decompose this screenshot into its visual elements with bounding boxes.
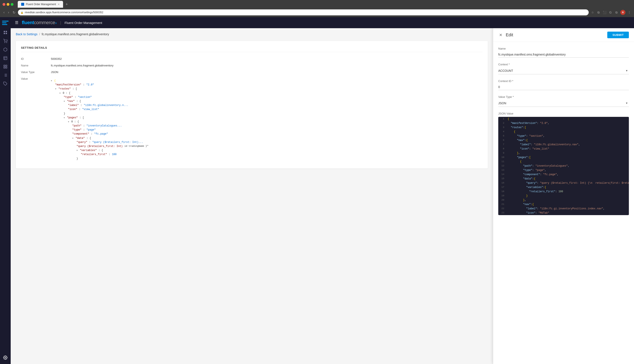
id-label: ID bbox=[21, 56, 51, 61]
line-content-3: "routes":[ bbox=[507, 126, 629, 130]
editor-line-1: 1 { bbox=[498, 117, 629, 121]
back-button[interactable]: ‹ bbox=[3, 10, 5, 15]
id-value: 5000352 bbox=[51, 56, 483, 61]
profile-avatar[interactable]: R bbox=[620, 10, 625, 15]
menu-icon[interactable]: ⋮ bbox=[627, 10, 631, 14]
svg-rect-11 bbox=[6, 65, 7, 66]
json-row: "data" : { bbox=[51, 136, 483, 140]
editor-line-19: 19 } bbox=[498, 194, 629, 198]
line-content-18: "retailers_first": 100 bbox=[507, 190, 629, 194]
reload-button[interactable]: ↻ bbox=[12, 10, 16, 16]
context-field-group: Context * ACCOUNT RETAILER ▼ bbox=[498, 63, 629, 74]
collapse-0[interactable] bbox=[60, 91, 61, 95]
editor-line-12: 12 "path": "inventoryCatalogues", bbox=[498, 164, 629, 168]
app-layout: ☰ fluentcommerce≡ | Fluent Order Managem… bbox=[0, 17, 634, 364]
sidebar-item-inventory[interactable] bbox=[1, 80, 10, 88]
extension2-icon[interactable]: ⬛ bbox=[602, 10, 607, 14]
minimize-traffic-light[interactable] bbox=[7, 3, 10, 6]
collapse-variables[interactable] bbox=[77, 148, 78, 152]
tab-close-button[interactable]: ✕ bbox=[58, 3, 60, 6]
json-editor[interactable]: 1 { 2 "manifestVersion": "2.0", 3 "route… bbox=[498, 117, 629, 215]
line-num-8: 8 bbox=[498, 147, 507, 150]
bookmark-icon[interactable]: ☆ bbox=[590, 10, 595, 14]
value-type-select[interactable]: JSON STRING INTEGER bbox=[498, 100, 629, 106]
sidebar-item-settings[interactable] bbox=[1, 354, 10, 362]
sidebar-logo bbox=[1, 20, 10, 26]
editor-line-14: 14 "component": "fc.page", bbox=[498, 172, 629, 177]
forward-button[interactable]: › bbox=[7, 10, 10, 15]
app-title: Fluent Order Management bbox=[65, 21, 102, 24]
json-row: } bbox=[51, 157, 483, 161]
collapse-root[interactable] bbox=[51, 79, 52, 83]
editor-line-4: 4 { bbox=[498, 130, 629, 134]
collapse-routes[interactable] bbox=[55, 87, 56, 91]
context-select[interactable]: ACCOUNT RETAILER bbox=[498, 67, 629, 74]
sidebar-item-list[interactable] bbox=[1, 71, 10, 79]
main-content: Back to Settings / fc.mystique.manifest.… bbox=[11, 28, 493, 364]
svg-rect-5 bbox=[4, 33, 5, 34]
collapse-page0[interactable] bbox=[68, 120, 69, 124]
panel-close-button[interactable]: ✕ bbox=[498, 32, 503, 38]
value-label: Value bbox=[21, 76, 51, 162]
svg-rect-12 bbox=[4, 67, 5, 68]
panel-title-row: ✕ Edit bbox=[498, 32, 513, 38]
context-id-field-label: Context ID * bbox=[498, 80, 629, 83]
browser-chrome: Fluent Order Management ✕ + bbox=[0, 0, 634, 8]
svg-rect-1 bbox=[2, 22, 7, 23]
context-id-field-input[interactable] bbox=[498, 84, 629, 90]
value-type-field-label: Value Type * bbox=[498, 95, 629, 98]
editor-line-17: 17 "variables":{ bbox=[498, 185, 629, 190]
line-num-2: 2 bbox=[498, 121, 507, 125]
extension-icon[interactable]: ⧉ bbox=[596, 10, 601, 14]
collapse-nav[interactable] bbox=[64, 99, 65, 104]
hamburger-icon[interactable]: ☰ bbox=[15, 20, 19, 25]
name-label: Name bbox=[21, 63, 51, 68]
sidebar-item-grid[interactable] bbox=[1, 63, 10, 70]
settings-valuetype-row: Value Type JSON bbox=[21, 70, 483, 74]
json-row: "routes" : [ bbox=[51, 87, 483, 91]
sidebar-item-home[interactable] bbox=[1, 28, 10, 36]
editor-line-10: 10 "pages":[ bbox=[498, 155, 629, 160]
value-content: { "manifestVersion" : "2.0" "routes" bbox=[51, 76, 483, 162]
panel-title: Edit bbox=[506, 32, 513, 38]
address-bar[interactable]: 🔒 niveditak.sandbox.apps.fluentcommerce.… bbox=[18, 10, 589, 16]
back-to-settings-link[interactable]: Back to Settings bbox=[16, 32, 38, 36]
submit-button[interactable]: SUBMIT bbox=[607, 32, 629, 38]
editor-line-6: 6 "nav":{ bbox=[498, 138, 629, 142]
sidebar-item-reports[interactable] bbox=[1, 54, 10, 62]
line-content-6: "nav":{ bbox=[507, 138, 629, 142]
json-row: "manifestVersion" : "2.0" bbox=[51, 83, 483, 87]
context-id-field-group: Context ID * bbox=[498, 80, 629, 90]
maximize-traffic-light[interactable] bbox=[11, 3, 14, 6]
line-num-16: 16 bbox=[498, 181, 507, 184]
editor-line-11: 11 { bbox=[498, 160, 629, 164]
sidebar-item-orders[interactable] bbox=[1, 37, 10, 45]
name-field-input[interactable] bbox=[498, 52, 629, 58]
editor-line-15: 15 "data":{ bbox=[498, 177, 629, 181]
line-content-19: } bbox=[507, 194, 629, 198]
editor-line-13: 13 "type": "page", bbox=[498, 168, 629, 172]
close-traffic-light[interactable] bbox=[3, 3, 5, 6]
browser-actions: ☆ ⧉ ⬛ G ⧉ R ⋮ bbox=[590, 10, 631, 15]
grammarly-icon[interactable]: G bbox=[608, 10, 613, 14]
line-num-19: 19 bbox=[498, 194, 507, 198]
value-type-select-wrapper: JSON STRING INTEGER ▼ bbox=[498, 100, 629, 107]
settings-section-title: SETTING DETAILS bbox=[21, 46, 483, 52]
json-row: "retailers_first" : 100 bbox=[51, 152, 483, 156]
json-row: { bbox=[51, 79, 483, 83]
active-browser-tab[interactable]: Fluent Order Management ✕ bbox=[18, 1, 63, 8]
json-row: "pages" : [ bbox=[51, 116, 483, 120]
new-tab-button[interactable]: + bbox=[66, 2, 68, 6]
collapse-data[interactable] bbox=[72, 136, 73, 140]
breadcrumb: Back to Settings / fc.mystique.manifest.… bbox=[16, 32, 488, 36]
json-row: "query ($retailers_first: Int) id tradin… bbox=[51, 144, 483, 148]
svg-rect-3 bbox=[4, 31, 5, 32]
breadcrumb-separator: / bbox=[39, 32, 40, 36]
editor-line-23: 23 "icon": "MdTab" bbox=[498, 211, 629, 215]
sidebar-item-fulfillment[interactable] bbox=[1, 46, 10, 54]
editor-line-21: 21 "nav":{ bbox=[498, 202, 629, 206]
svg-point-8 bbox=[7, 42, 7, 43]
extensions-button[interactable]: ⧉ bbox=[614, 10, 618, 14]
editor-line-18: 18 "retailers_first": 100 bbox=[498, 190, 629, 194]
collapse-pages[interactable] bbox=[64, 116, 65, 120]
